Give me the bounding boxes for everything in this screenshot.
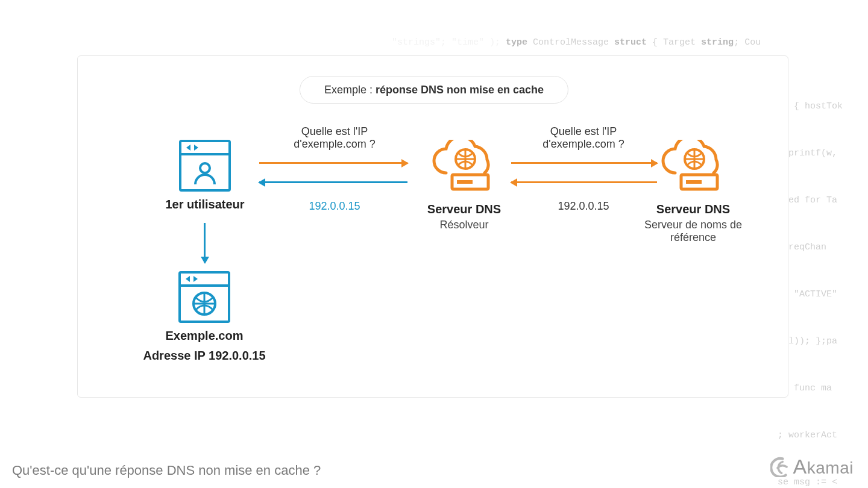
svg-rect-6 — [686, 180, 702, 184]
example-title-pill: Exemple : réponse DNS non mise en cache — [300, 76, 568, 104]
site-title: Exemple.com — [127, 329, 282, 343]
brand-logo: Akamai — [770, 455, 854, 478]
resolver-title: Serveur DNS — [410, 202, 518, 216]
node-authoritative: Serveur DNS Serveur de noms de référence — [639, 140, 747, 244]
brand-name: Akamai — [793, 455, 854, 478]
person-icon — [193, 160, 217, 184]
query-resolver-to-authoritative: Quelle est l'IPd'exemple.com ? — [517, 125, 650, 151]
akamai-wave-icon — [770, 457, 791, 477]
browser-site-icon — [178, 271, 230, 323]
resolver-subtitle: Résolveur — [410, 219, 518, 231]
query-user-to-resolver: Quelle est l'IPd'exemple.com ? — [268, 125, 401, 151]
cloud-server-resolver-icon — [428, 140, 500, 194]
svg-rect-3 — [457, 180, 473, 184]
node-resolver: Serveur DNS Résolveur — [410, 140, 518, 231]
cloud-server-authoritative-icon — [657, 140, 729, 194]
node-site: Exemple.com Adresse IP 192.0.0.15 — [127, 271, 282, 363]
reply-authoritative-to-resolver: 192.0.0.15 — [517, 200, 650, 213]
site-subtitle: Adresse IP 192.0.0.15 — [127, 349, 282, 363]
background-code-right: t) { hostTok .Fprintf(w, sued for Ta { r… — [778, 67, 868, 488]
figure-caption: Qu'est-ce qu'une réponse DNS non mise en… — [12, 463, 321, 478]
svg-point-0 — [200, 163, 210, 173]
example-title-prefix: Exemple : — [324, 84, 376, 96]
example-title-bold: réponse DNS non mise en cache — [376, 84, 544, 96]
node-user: 1er utilisateur — [157, 140, 253, 211]
browser-user-icon — [179, 140, 231, 192]
authoritative-title: Serveur DNS — [639, 202, 747, 216]
authoritative-subtitle: Serveur de noms de référence — [639, 219, 747, 244]
reply-resolver-to-user: 192.0.0.15 — [268, 200, 401, 213]
user-title: 1er utilisateur — [157, 198, 253, 211]
globe-icon — [192, 291, 217, 316]
